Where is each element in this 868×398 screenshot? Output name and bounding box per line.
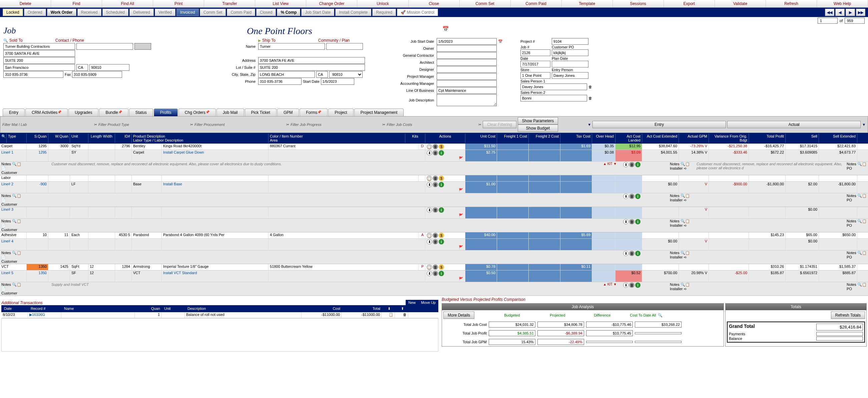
plan-field[interactable] (552, 61, 588, 67)
info-icon[interactable]: i (439, 239, 444, 245)
menu-list-view[interactable]: List View (255, 0, 306, 7)
trash-icon[interactable]: 🗑 (629, 282, 634, 288)
search-icon[interactable]: 🔍 (12, 251, 17, 255)
actual-mode-button[interactable]: Actual (727, 121, 861, 128)
trash-icon[interactable]: 🗑 (433, 207, 438, 213)
entry-field[interactable] (552, 72, 588, 79)
down-icon[interactable]: ⬇ (623, 162, 628, 167)
play-icon[interactable]: ▶ (258, 38, 261, 43)
more-details-button[interactable]: More Details (443, 312, 474, 319)
filter-prodtype[interactable]: Filter Product Type (98, 122, 189, 126)
search-icon[interactable]: 🔍 (857, 282, 862, 286)
status-required[interactable]: Required (372, 9, 396, 16)
copy-icon[interactable]: 📋 (862, 194, 867, 198)
tab-profits[interactable]: Profits (154, 109, 178, 116)
jd-field[interactable] (437, 94, 497, 106)
line-row[interactable]: Carpet 1295 3000 SqYd 2796 Bentley Kings… (0, 144, 868, 150)
copy-icon[interactable]: 📋 (427, 176, 432, 181)
menu-comm-set[interactable]: Comm Set (460, 0, 511, 7)
copy-icon[interactable]: 📋 (427, 144, 432, 149)
line-sub-row[interactable]: Line# 5 1350 SF 12 VCT Install VCT Stand… (0, 271, 868, 282)
arrow-icon[interactable]: ➪ (684, 287, 687, 291)
tab-crm[interactable]: CRM Activities📌 (25, 109, 68, 116)
search-icon[interactable]: 🔍 (681, 194, 685, 198)
menu-refresh[interactable]: Refresh (766, 0, 817, 7)
scissors-icon[interactable]: ✂ (286, 122, 289, 127)
search-icon[interactable]: 🔍 (12, 194, 17, 198)
am-field[interactable] (437, 80, 497, 87)
soldto-suite[interactable] (3, 57, 75, 64)
info-icon[interactable]: i (635, 251, 641, 256)
menu-sessions[interactable]: Sessions (613, 0, 664, 7)
soldto-addr[interactable] (3, 50, 75, 57)
tab-mail[interactable]: Job Mail (217, 109, 244, 116)
filter-costs[interactable]: Filter Job Costs (386, 122, 477, 126)
line-sub-row[interactable]: Line# 4 ⬇🗑i🚩 $0.00 V $0.00 (0, 239, 868, 250)
soldto-zip[interactable] (89, 64, 129, 71)
search-icon[interactable]: 🔍 (681, 282, 685, 286)
down-icon[interactable]: ⬇ (427, 207, 432, 213)
status-comm-paid[interactable]: Comm Paid (227, 9, 255, 16)
info-icon[interactable]: i (635, 194, 641, 199)
search-col-icon[interactable]: 🔍 (0, 134, 7, 143)
search-icon[interactable]: 🔍 (12, 282, 17, 286)
menu-delete[interactable]: Delete (0, 0, 51, 7)
copy-icon[interactable]: 📋 (17, 194, 21, 198)
nav-prev[interactable]: ◀ (835, 9, 845, 16)
search-icon[interactable]: 🔍 (857, 219, 862, 223)
down-icon[interactable]: ⬇ (623, 219, 628, 224)
status-ordered[interactable]: Ordered (24, 9, 46, 16)
nav-last[interactable]: ▶▶ (856, 9, 865, 16)
scissors-icon[interactable]: ✂ (190, 122, 193, 127)
copy-row-icon[interactable]: 📋 (382, 312, 395, 318)
copy-icon[interactable]: 📋 (685, 282, 690, 286)
copy-icon[interactable]: 📋 (862, 219, 867, 223)
sp2-field[interactable] (520, 95, 587, 102)
nav-next[interactable]: ▶ (846, 9, 855, 16)
info-icon[interactable]: i (439, 207, 444, 213)
clear-filtering-button[interactable]: Clear Filtering (483, 121, 517, 128)
mission-control[interactable]: 🚀 Mission Control (397, 9, 438, 16)
trash-icon[interactable]: 🗑 (433, 150, 438, 155)
info-icon[interactable]: i (439, 271, 444, 276)
money-icon[interactable]: $ (439, 176, 444, 181)
info-icon[interactable]: i (439, 150, 444, 155)
search-icon[interactable]: 🔍 (681, 251, 685, 255)
paste-icon[interactable]: 📄 (1, 166, 6, 170)
soldto-extra[interactable] (134, 43, 151, 50)
status-install-complete[interactable]: Install Complete (335, 9, 371, 16)
scissors-icon[interactable]: ✂ (478, 122, 482, 127)
status-verified[interactable]: Verified (155, 9, 176, 16)
money-icon[interactable]: $ (439, 233, 444, 238)
nav-first[interactable]: ◀◀ (825, 9, 834, 16)
info-icon[interactable]: i (635, 282, 641, 288)
down-icon[interactable]: ⬇ (427, 182, 432, 187)
trash-icon[interactable]: 🗑 (433, 271, 438, 276)
status-pct-comp[interactable]: % Comp (277, 9, 300, 16)
menu-comm-paid[interactable]: Comm Paid (511, 0, 562, 7)
shipto-state[interactable] (316, 71, 328, 78)
soldto-fax[interactable] (72, 71, 122, 78)
pm-field[interactable] (437, 73, 497, 80)
tab-gpm[interactable]: GPM (277, 109, 299, 116)
arrow-icon[interactable]: ➪ (684, 255, 687, 259)
store-field[interactable] (520, 72, 551, 79)
shipto-community[interactable] (326, 43, 363, 50)
entry-mode-button[interactable]: Entry (592, 121, 726, 128)
status-invoiced[interactable]: Invoiced (177, 9, 199, 16)
status-scheduled[interactable]: Scheduled (102, 9, 129, 16)
soldto-contact[interactable] (76, 43, 133, 50)
architect-field[interactable] (437, 59, 497, 66)
jobnum-field[interactable] (520, 50, 551, 56)
search-icon[interactable]: 🔍 (658, 313, 662, 317)
copy-icon[interactable]: 📋 (685, 162, 690, 166)
tab-pick[interactable]: Pick Ticket (245, 109, 277, 116)
trash-icon[interactable]: 🗑 (629, 219, 634, 224)
search-icon[interactable]: 🔍 (12, 162, 17, 166)
tab-pm[interactable]: Project Management (354, 109, 404, 116)
copy-icon[interactable]: 📋 (17, 282, 21, 286)
filter-procure[interactable]: Filter Procurement (194, 122, 285, 126)
search-icon[interactable]: 🔍 (3, 38, 8, 43)
copy-icon[interactable]: 📋 (17, 251, 21, 255)
line-sub-row[interactable]: Line# 2 -900 LF Base Install Base ⬇🗑i🚩 $… (0, 182, 868, 193)
